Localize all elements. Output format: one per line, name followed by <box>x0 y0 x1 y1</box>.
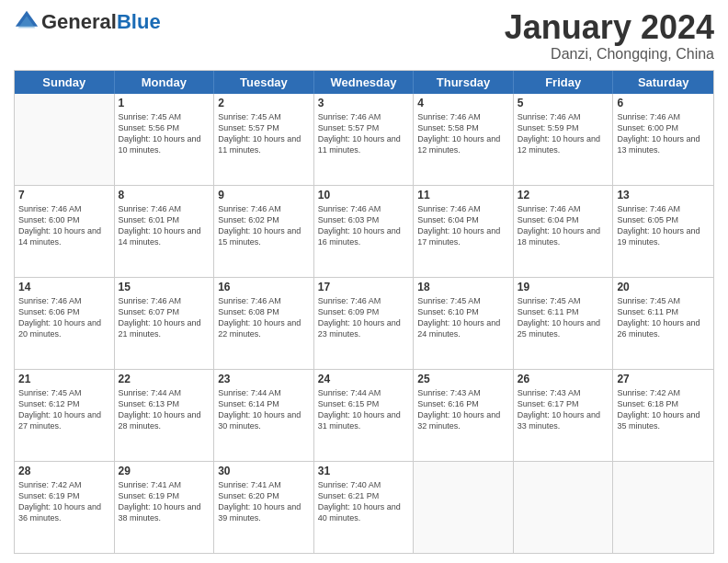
day-number: 25 <box>417 373 509 385</box>
day-cell-5: 5Sunrise: 7:46 AM Sunset: 5:59 PM Daylig… <box>514 94 614 185</box>
day-number: 29 <box>119 465 210 477</box>
logo: GeneralBlue <box>14 9 161 35</box>
day-cell-8: 8Sunrise: 7:46 AM Sunset: 6:01 PM Daylig… <box>115 186 215 277</box>
day-cell-24: 24Sunrise: 7:44 AM Sunset: 6:15 PM Dayli… <box>314 370 415 461</box>
day-info: Sunrise: 7:46 AM Sunset: 5:59 PM Dayligh… <box>518 111 609 156</box>
day-number: 1 <box>119 97 210 109</box>
day-cell-9: 9Sunrise: 7:46 AM Sunset: 6:02 PM Daylig… <box>214 186 314 277</box>
day-cell-empty <box>514 462 614 553</box>
day-number: 2 <box>218 97 310 109</box>
day-cell-12: 12Sunrise: 7:46 AM Sunset: 6:04 PM Dayli… <box>514 186 614 277</box>
day-cell-13: 13Sunrise: 7:46 AM Sunset: 6:05 PM Dayli… <box>613 186 713 277</box>
logo-blue-text: Blue <box>117 10 161 34</box>
day-header-saturday: Saturday <box>613 71 713 94</box>
week-row-1: 1Sunrise: 7:45 AM Sunset: 5:56 PM Daylig… <box>15 94 713 186</box>
day-number: 22 <box>119 373 210 385</box>
day-cell-25: 25Sunrise: 7:43 AM Sunset: 6:16 PM Dayli… <box>414 370 514 461</box>
day-number: 24 <box>318 373 410 385</box>
day-cell-26: 26Sunrise: 7:43 AM Sunset: 6:17 PM Dayli… <box>514 370 614 461</box>
day-number: 27 <box>617 373 710 385</box>
day-cell-28: 28Sunrise: 7:42 AM Sunset: 6:19 PM Dayli… <box>15 462 115 553</box>
day-number: 20 <box>617 281 710 293</box>
day-header-tuesday: Tuesday <box>214 71 314 94</box>
day-info: Sunrise: 7:46 AM Sunset: 6:06 PM Dayligh… <box>18 295 110 340</box>
day-cell-30: 30Sunrise: 7:41 AM Sunset: 6:20 PM Dayli… <box>214 462 314 553</box>
day-info: Sunrise: 7:45 AM Sunset: 5:56 PM Dayligh… <box>119 111 210 156</box>
header: GeneralBlue January 2024 Danzi, Chongqin… <box>14 9 714 63</box>
day-cell-3: 3Sunrise: 7:46 AM Sunset: 5:57 PM Daylig… <box>314 94 415 185</box>
calendar-body: 1Sunrise: 7:45 AM Sunset: 5:56 PM Daylig… <box>15 94 713 553</box>
day-cell-empty <box>15 94 115 185</box>
day-info: Sunrise: 7:46 AM Sunset: 6:09 PM Dayligh… <box>318 295 410 340</box>
day-cell-29: 29Sunrise: 7:41 AM Sunset: 6:19 PM Dayli… <box>115 462 215 553</box>
day-info: Sunrise: 7:41 AM Sunset: 6:20 PM Dayligh… <box>218 479 310 524</box>
location: Danzi, Chongqing, China <box>505 46 714 63</box>
day-number: 9 <box>218 189 310 201</box>
day-cell-19: 19Sunrise: 7:45 AM Sunset: 6:11 PM Dayli… <box>514 278 614 369</box>
month-title: January 2024 <box>505 9 714 46</box>
day-cell-15: 15Sunrise: 7:46 AM Sunset: 6:07 PM Dayli… <box>115 278 215 369</box>
logo-icon <box>14 9 40 35</box>
day-number: 23 <box>218 373 310 385</box>
day-info: Sunrise: 7:46 AM Sunset: 6:08 PM Dayligh… <box>218 295 310 340</box>
day-info: Sunrise: 7:42 AM Sunset: 6:18 PM Dayligh… <box>617 387 710 432</box>
day-cell-empty <box>414 462 514 553</box>
day-cell-7: 7Sunrise: 7:46 AM Sunset: 6:00 PM Daylig… <box>15 186 115 277</box>
day-info: Sunrise: 7:45 AM Sunset: 6:10 PM Dayligh… <box>417 295 509 340</box>
day-number: 28 <box>18 465 110 477</box>
day-cell-16: 16Sunrise: 7:46 AM Sunset: 6:08 PM Dayli… <box>214 278 314 369</box>
day-info: Sunrise: 7:44 AM Sunset: 6:15 PM Dayligh… <box>318 387 410 432</box>
day-cell-11: 11Sunrise: 7:46 AM Sunset: 6:04 PM Dayli… <box>414 186 514 277</box>
day-info: Sunrise: 7:46 AM Sunset: 6:01 PM Dayligh… <box>119 203 210 248</box>
day-cell-17: 17Sunrise: 7:46 AM Sunset: 6:09 PM Dayli… <box>314 278 415 369</box>
day-info: Sunrise: 7:44 AM Sunset: 6:14 PM Dayligh… <box>218 387 310 432</box>
day-header-sunday: Sunday <box>15 71 115 94</box>
day-number: 19 <box>518 281 609 293</box>
day-info: Sunrise: 7:44 AM Sunset: 6:13 PM Dayligh… <box>119 387 210 432</box>
day-cell-6: 6Sunrise: 7:46 AM Sunset: 6:00 PM Daylig… <box>613 94 713 185</box>
header-right: January 2024 Danzi, Chongqing, China <box>505 9 714 63</box>
day-number: 18 <box>417 281 509 293</box>
logo-general-text: General <box>41 10 117 34</box>
day-number: 14 <box>18 281 110 293</box>
day-info: Sunrise: 7:46 AM Sunset: 5:58 PM Dayligh… <box>417 111 509 156</box>
day-number: 17 <box>318 281 410 293</box>
day-number: 16 <box>218 281 310 293</box>
day-cell-23: 23Sunrise: 7:44 AM Sunset: 6:14 PM Dayli… <box>214 370 314 461</box>
day-info: Sunrise: 7:43 AM Sunset: 6:17 PM Dayligh… <box>518 387 609 432</box>
day-info: Sunrise: 7:45 AM Sunset: 5:57 PM Dayligh… <box>218 111 310 156</box>
day-header-wednesday: Wednesday <box>314 71 415 94</box>
day-cell-22: 22Sunrise: 7:44 AM Sunset: 6:13 PM Dayli… <box>115 370 215 461</box>
day-number: 26 <box>518 373 609 385</box>
week-row-2: 7Sunrise: 7:46 AM Sunset: 6:00 PM Daylig… <box>15 186 713 278</box>
calendar: SundayMondayTuesdayWednesdayThursdayFrid… <box>14 70 714 554</box>
day-number: 6 <box>617 97 710 109</box>
day-info: Sunrise: 7:46 AM Sunset: 6:02 PM Dayligh… <box>218 203 310 248</box>
day-info: Sunrise: 7:41 AM Sunset: 6:19 PM Dayligh… <box>119 479 210 524</box>
day-number: 12 <box>518 189 609 201</box>
day-number: 8 <box>119 189 210 201</box>
day-info: Sunrise: 7:46 AM Sunset: 6:04 PM Dayligh… <box>417 203 509 248</box>
day-info: Sunrise: 7:40 AM Sunset: 6:21 PM Dayligh… <box>318 479 410 524</box>
day-info: Sunrise: 7:45 AM Sunset: 6:12 PM Dayligh… <box>18 387 110 432</box>
day-cell-31: 31Sunrise: 7:40 AM Sunset: 6:21 PM Dayli… <box>314 462 415 553</box>
day-info: Sunrise: 7:45 AM Sunset: 6:11 PM Dayligh… <box>518 295 609 340</box>
day-number: 3 <box>318 97 410 109</box>
day-info: Sunrise: 7:46 AM Sunset: 6:04 PM Dayligh… <box>518 203 609 248</box>
day-info: Sunrise: 7:46 AM Sunset: 6:05 PM Dayligh… <box>617 203 710 248</box>
day-number: 15 <box>119 281 210 293</box>
day-cell-empty <box>613 462 713 553</box>
day-cell-21: 21Sunrise: 7:45 AM Sunset: 6:12 PM Dayli… <box>15 370 115 461</box>
day-header-monday: Monday <box>115 71 215 94</box>
day-number: 30 <box>218 465 310 477</box>
day-info: Sunrise: 7:42 AM Sunset: 6:19 PM Dayligh… <box>18 479 110 524</box>
day-number: 10 <box>318 189 410 201</box>
day-headers: SundayMondayTuesdayWednesdayThursdayFrid… <box>15 71 713 94</box>
day-info: Sunrise: 7:46 AM Sunset: 6:03 PM Dayligh… <box>318 203 410 248</box>
day-info: Sunrise: 7:43 AM Sunset: 6:16 PM Dayligh… <box>417 387 509 432</box>
day-info: Sunrise: 7:46 AM Sunset: 6:00 PM Dayligh… <box>18 203 110 248</box>
day-cell-10: 10Sunrise: 7:46 AM Sunset: 6:03 PM Dayli… <box>314 186 415 277</box>
day-cell-14: 14Sunrise: 7:46 AM Sunset: 6:06 PM Dayli… <box>15 278 115 369</box>
day-number: 4 <box>417 97 509 109</box>
day-cell-18: 18Sunrise: 7:45 AM Sunset: 6:10 PM Dayli… <box>414 278 514 369</box>
